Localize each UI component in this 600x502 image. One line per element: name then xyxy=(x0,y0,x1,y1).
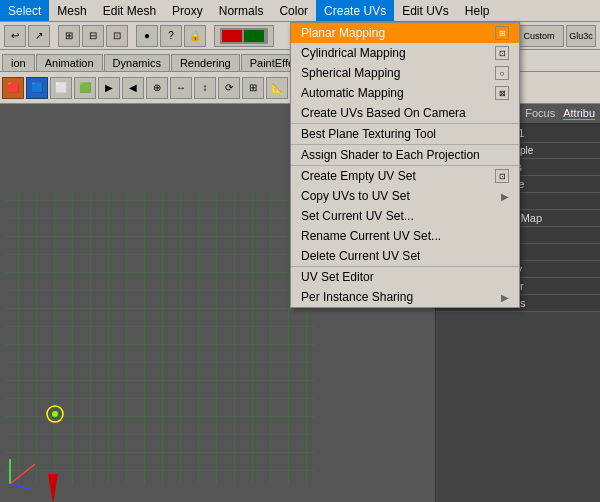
t2-btn-11[interactable]: ⊞ xyxy=(242,77,264,99)
create-uvs-menu: Planar Mapping ⊞ Cylindrical Mapping ⊡ S… xyxy=(290,22,520,308)
toolbar-btn-8[interactable]: 🔒 xyxy=(184,25,206,47)
menu-item-label: Cylindrical Mapping xyxy=(301,46,406,60)
t2-btn-1[interactable]: 🟥 xyxy=(2,77,24,99)
toolbar-btn-glu[interactable]: Glu3c xyxy=(566,25,596,47)
tab-rendering[interactable]: Rendering xyxy=(171,54,240,71)
t2-btn-5[interactable]: ▶ xyxy=(98,77,120,99)
menu-icon-cylindrical: ⊡ xyxy=(495,46,509,60)
menu-best-plane[interactable]: Best Plane Texturing Tool xyxy=(291,123,519,144)
menu-icon-automatic: ⊠ xyxy=(495,86,509,100)
toolbar-btn-6[interactable]: ● xyxy=(136,25,158,47)
menu-copy-uvs[interactable]: Copy UVs to UV Set ▶ xyxy=(291,186,519,206)
menu-item-label: Automatic Mapping xyxy=(301,86,404,100)
t2-btn-2[interactable]: 🟦 xyxy=(26,77,48,99)
menu-normals[interactable]: Normals xyxy=(211,0,272,21)
t2-btn-6[interactable]: ◀ xyxy=(122,77,144,99)
tab-attributes[interactable]: Attribu xyxy=(563,107,595,120)
menu-item-label: Copy UVs to UV Set xyxy=(301,189,410,203)
menu-item-label: Best Plane Texturing Tool xyxy=(301,127,436,141)
menu-edit-mesh[interactable]: Edit Mesh xyxy=(95,0,164,21)
t2-btn-10[interactable]: ⟳ xyxy=(218,77,240,99)
menu-create-uvs-camera[interactable]: Create UVs Based On Camera xyxy=(291,103,519,123)
menu-uv-set-editor[interactable]: UV Set Editor xyxy=(291,266,519,287)
toolbar-btn-7[interactable]: ? xyxy=(160,25,182,47)
menu-item-label: Rename Current UV Set... xyxy=(301,229,441,243)
menubar: Select Mesh Edit Mesh Proxy Normals Colo… xyxy=(0,0,600,22)
svg-point-6 xyxy=(52,411,58,417)
menu-rename-current-uvset[interactable]: Rename Current UV Set... xyxy=(291,226,519,246)
menu-help[interactable]: Help xyxy=(457,0,498,21)
menu-mesh[interactable]: Mesh xyxy=(49,0,94,21)
menu-spherical-mapping[interactable]: Spherical Mapping ○ xyxy=(291,63,519,83)
menu-item-label: Delete Current UV Set xyxy=(301,249,420,263)
tab-animation[interactable]: Animation xyxy=(36,54,103,71)
menu-create-empty-uvset[interactable]: Create Empty UV Set ⊡ xyxy=(291,165,519,186)
tab-ion[interactable]: ion xyxy=(2,54,35,71)
t2-btn-4[interactable]: 🟩 xyxy=(74,77,96,99)
toolbar-btn-9[interactable] xyxy=(214,25,274,47)
menu-item-label: Assign Shader to Each Projection xyxy=(301,148,480,162)
menu-proxy[interactable]: Proxy xyxy=(164,0,211,21)
menu-set-current-uvset[interactable]: Set Current UV Set... xyxy=(291,206,519,226)
t2-btn-12[interactable]: 📐 xyxy=(266,77,288,99)
t2-btn-9[interactable]: ↕ xyxy=(194,77,216,99)
toolbar-btn-3[interactable]: ⊞ xyxy=(58,25,80,47)
menu-item-label: Create Empty UV Set xyxy=(301,169,416,183)
menu-item-label: Per Instance Sharing xyxy=(301,290,413,304)
menu-icon-empty-uvset: ⊡ xyxy=(495,169,509,183)
toolbar-btn-4[interactable]: ⊟ xyxy=(82,25,104,47)
toolbar-btn-custom[interactable]: Custom xyxy=(514,25,564,47)
menu-item-label: Planar Mapping xyxy=(301,26,385,40)
menu-create-uvs[interactable]: Create UVs xyxy=(316,0,394,21)
menu-assign-shader[interactable]: Assign Shader to Each Projection xyxy=(291,144,519,165)
menu-select[interactable]: Select xyxy=(0,0,49,21)
submenu-arrow-icon: ▶ xyxy=(501,292,509,303)
svg-rect-2 xyxy=(244,30,264,42)
menu-planar-mapping[interactable]: Planar Mapping ⊞ xyxy=(291,23,519,43)
tab-dynamics[interactable]: Dynamics xyxy=(104,54,170,71)
menu-item-label: Set Current UV Set... xyxy=(301,209,414,223)
svg-rect-1 xyxy=(222,30,242,42)
t2-btn-3[interactable]: ⬜ xyxy=(50,77,72,99)
menu-edit-uvs[interactable]: Edit UVs xyxy=(394,0,457,21)
tab-focus[interactable]: Focus xyxy=(525,107,555,120)
menu-icon-planar: ⊞ xyxy=(495,26,509,40)
toolbar-btn-2[interactable]: ↗ xyxy=(28,25,50,47)
toolbar-btn-1[interactable]: ↩ xyxy=(4,25,26,47)
menu-item-label: Spherical Mapping xyxy=(301,66,400,80)
menu-automatic-mapping[interactable]: Automatic Mapping ⊠ xyxy=(291,83,519,103)
menu-cylindrical-mapping[interactable]: Cylindrical Mapping ⊡ xyxy=(291,43,519,63)
menu-color[interactable]: Color xyxy=(271,0,316,21)
menu-icon-spherical: ○ xyxy=(495,66,509,80)
menu-item-label: UV Set Editor xyxy=(301,270,374,284)
toolbar-btn-5[interactable]: ⊡ xyxy=(106,25,128,47)
submenu-arrow-icon: ▶ xyxy=(501,191,509,202)
menu-per-instance-sharing[interactable]: Per Instance Sharing ▶ xyxy=(291,287,519,307)
t2-btn-7[interactable]: ⊕ xyxy=(146,77,168,99)
menu-delete-current-uvset[interactable]: Delete Current UV Set xyxy=(291,246,519,266)
t2-btn-8[interactable]: ↔ xyxy=(170,77,192,99)
svg-rect-4 xyxy=(5,194,315,484)
menu-item-label: Create UVs Based On Camera xyxy=(301,106,466,120)
